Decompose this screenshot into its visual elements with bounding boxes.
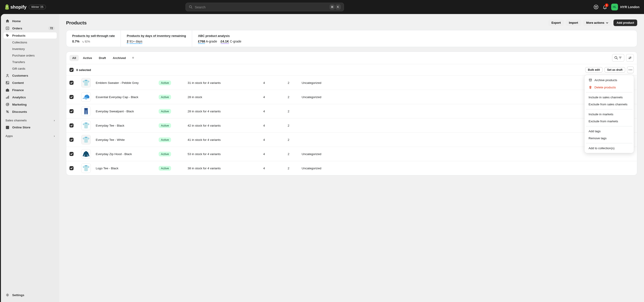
abc-analysis-metric[interactable]: ABC product analysis £768 A-grade £4.1K … <box>192 30 247 47</box>
nav-online-store[interactable]: Online Store <box>3 124 57 131</box>
nav-customers[interactable]: Customers <box>3 72 57 79</box>
table-row[interactable]: 👕 Emblem Sweater - Pebble Grey Active 31… <box>66 75 637 90</box>
product-name: Everyday Tee - Black <box>96 124 157 127</box>
table-row[interactable]: 👕 Logo Tee - Black Active 38 in stock fo… <box>66 161 637 175</box>
inventory-cell: 42 in stock for 4 variants <box>188 124 251 127</box>
product-thumb: 🧢 <box>81 92 91 102</box>
account-name: HYR London <box>620 5 640 9</box>
product-name: Everyday Zip Hood - Black <box>96 152 157 156</box>
inventory-days-metric[interactable]: Products by days of inventory remaining … <box>120 30 192 47</box>
add-tags-action[interactable]: Add tags <box>586 128 632 135</box>
shopify-logo[interactable]: shopify <box>4 4 26 10</box>
nav-collections[interactable]: Collections <box>3 39 57 45</box>
svg-rect-22 <box>589 79 592 80</box>
nav-discounts-label: Discounts <box>12 110 27 113</box>
exclude-markets-action[interactable]: Exclude from markets <box>586 118 632 125</box>
search-shortcut: ⌘ K <box>330 4 340 9</box>
nav-settings[interactable]: Settings <box>3 292 57 299</box>
col5-cell: 4 <box>253 110 276 113</box>
row-checkbox[interactable] <box>70 95 74 99</box>
nav-discounts[interactable]: Discounts <box>3 108 57 115</box>
status-pill: Active <box>158 109 171 114</box>
export-button[interactable]: Export <box>548 19 564 26</box>
include-sales-channels-action[interactable]: Include in sales channels <box>586 94 632 101</box>
nav-transfers[interactable]: Transfers <box>3 59 57 65</box>
sellthrough-metric[interactable]: Products by sell-through rate 0.7% ↘ 92% <box>66 30 120 47</box>
nav-marketing[interactable]: Marketing <box>3 101 57 108</box>
row-checkbox[interactable] <box>70 123 74 127</box>
table-row[interactable]: 👖 Everyday Sweatpant - Black Active 28 i… <box>66 104 637 118</box>
row-checkbox[interactable] <box>70 81 74 85</box>
nav-products[interactable]: Products <box>3 32 57 39</box>
nav-analytics[interactable]: Analytics <box>3 94 57 101</box>
inventory-value-text: 91+ days <box>130 39 142 44</box>
search-filter-button[interactable] <box>612 54 624 62</box>
notifications-icon[interactable]: 1 <box>602 5 607 9</box>
logo-text: shopify <box>10 4 26 10</box>
bulk-more-button[interactable] <box>627 66 634 73</box>
nav-orders-label: Orders <box>12 27 22 30</box>
nav-inventory[interactable]: Inventory <box>3 46 57 52</box>
sort-button[interactable] <box>626 54 634 62</box>
row-checkbox[interactable] <box>70 138 74 142</box>
popover-divider <box>586 143 632 143</box>
select-all-checkbox[interactable] <box>70 68 74 72</box>
add-to-collections-action[interactable]: Add to collection(s) <box>586 145 632 152</box>
add-view-button[interactable]: + <box>130 55 136 61</box>
svg-point-19 <box>628 69 629 70</box>
remove-tags-action[interactable]: Remove tags <box>586 135 632 142</box>
product-name: Logo Tee - Black <box>96 167 157 170</box>
edition-pill[interactable]: Winter '25 <box>29 5 46 9</box>
product-thumb: 👖 <box>81 106 91 116</box>
bulk-edit-button[interactable]: Bulk edit <box>585 67 602 72</box>
more-actions-button[interactable]: More actions <box>583 19 612 26</box>
nav-finance[interactable]: Finance <box>3 87 57 93</box>
table-row[interactable]: 🧢 Essential Everyday Cap - Black Active … <box>66 90 637 104</box>
chevron-right-icon: › <box>54 134 55 138</box>
nav-content[interactable]: Content <box>3 79 57 86</box>
col6-cell: 2 <box>277 138 300 141</box>
row-checkbox[interactable] <box>70 109 74 113</box>
inventory-label: Products by days of inventory remaining <box>127 34 186 38</box>
account-menu[interactable]: HL HYR London <box>611 3 640 10</box>
bulk-actions-popover: Archive products Delete products Include… <box>584 75 634 153</box>
topbar: shopify Winter '25 Search ⌘ K 1 HL HYR L… <box>0 0 644 14</box>
nav-home[interactable]: Home <box>3 18 57 24</box>
add-product-button[interactable]: Add product <box>614 19 637 26</box>
nav-purchase-orders[interactable]: Purchase orders <box>3 52 57 58</box>
tab-active[interactable]: Active <box>80 55 95 61</box>
delete-products-action[interactable]: Delete products <box>586 84 632 91</box>
row-checkbox[interactable] <box>70 152 74 156</box>
row-checkbox[interactable] <box>70 166 74 170</box>
sellthrough-label: Products by sell-through rate <box>72 34 115 38</box>
kbd-cmd: ⌘ <box>330 4 335 9</box>
tab-all[interactable]: All <box>70 55 79 61</box>
table-row[interactable]: 👕 Everyday Tee - White Active 41 in stoc… <box>66 132 637 147</box>
tab-archived[interactable]: Archived <box>110 55 128 61</box>
topbar-right: 1 HL HYR London <box>594 3 640 10</box>
tab-draft[interactable]: Draft <box>96 55 109 61</box>
search-input[interactable]: Search ⌘ K <box>186 3 344 11</box>
nav-products-label: Products <box>12 34 26 37</box>
nav-orders[interactable]: Orders 72 <box>3 25 57 32</box>
archive-products-action[interactable]: Archive products <box>586 76 632 84</box>
category-cell: Uncategorized <box>302 167 634 170</box>
store-icon <box>6 125 10 129</box>
popover-divider <box>586 126 632 126</box>
nav-gift-cards[interactable]: Gift cards <box>3 65 57 72</box>
table-row[interactable]: 👕 Everyday Tee - Black Active 42 in stoc… <box>66 118 637 132</box>
exclude-sales-channels-action[interactable]: Exclude from sales channels <box>586 101 632 108</box>
apps-header[interactable]: Apps › <box>3 131 57 139</box>
sales-channels-header[interactable]: Sales channels › <box>3 115 57 123</box>
col5-cell: 4 <box>253 95 276 99</box>
import-button[interactable]: Import <box>566 19 581 26</box>
set-as-draft-button[interactable]: Set as draft <box>604 67 625 72</box>
product-name: Emblem Sweater - Pebble Grey <box>96 81 157 84</box>
include-markets-action[interactable]: Include in markets <box>586 111 632 118</box>
bulk-action-bar: 8 selected Bulk edit Set as draft Archiv… <box>66 64 637 75</box>
nav-online-store-label: Online Store <box>12 126 30 129</box>
svg-rect-4 <box>6 27 9 30</box>
table-row[interactable]: 🧥 Everyday Zip Hood - Black Active 53 in… <box>66 147 637 161</box>
nav-home-label: Home <box>12 19 21 23</box>
theme-icon[interactable] <box>594 4 598 9</box>
